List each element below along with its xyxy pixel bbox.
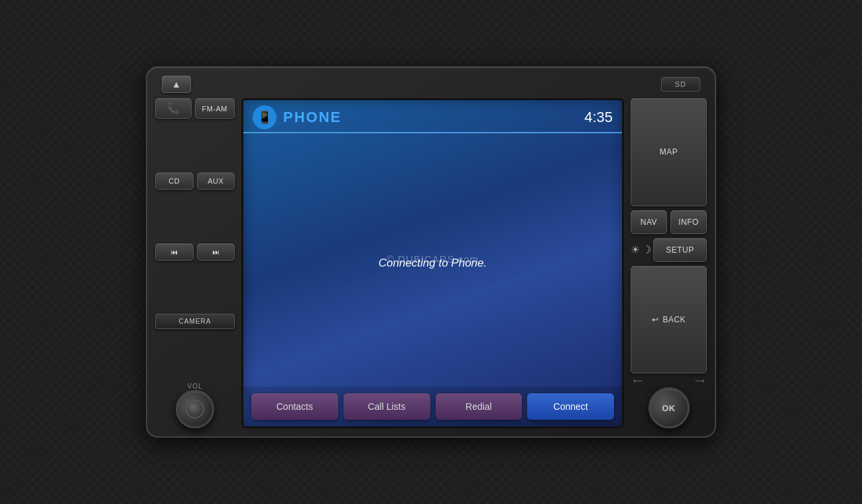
connect-button[interactable]: Connect — [527, 393, 614, 420]
ok-knob-area: ⟵ ⟶ OK — [631, 377, 707, 428]
fm-am-button[interactable]: FM-AM — [195, 98, 235, 119]
top-strip: ▲ SD — [155, 76, 707, 93]
head-unit: ▲ SD 📞 FM-AM CD AUX ⏮ ⏭ CAMERA VOL — [146, 66, 716, 438]
back-icon: ↩ — [652, 315, 659, 324]
phone-icon: 📱 — [253, 105, 277, 129]
knob-inner — [186, 400, 204, 418]
next-button[interactable]: ⏭ — [197, 243, 235, 261]
info-button[interactable]: INFO — [670, 210, 707, 234]
screen-body: © DUBICARS.com Connecting to Phone. — [243, 133, 622, 387]
right-controls: MAP NAV INFO ☀ ☽ SETUP ↩ BACK ⟵ ⟶ OK — [631, 98, 707, 428]
map-button[interactable]: MAP — [631, 98, 707, 206]
main-row: 📞 FM-AM CD AUX ⏮ ⏭ CAMERA VOL — [155, 98, 707, 428]
nav-info-row: NAV INFO — [631, 210, 707, 234]
camera-button[interactable]: CAMERA — [155, 314, 235, 329]
screen-title-text: PHONE — [283, 109, 341, 126]
screen-header: 📱 PHONE 4:35 — [243, 100, 622, 133]
aux-button[interactable]: AUX — [197, 172, 235, 190]
prev-button[interactable]: ⏮ — [155, 243, 194, 261]
phone-button[interactable]: 📞 — [155, 98, 192, 119]
screen: 📱 PHONE 4:35 © DUBICARS.com Connecting t… — [241, 98, 624, 428]
screen-title: 📱 PHONE — [253, 105, 341, 129]
screen-time: 4:35 — [584, 109, 613, 126]
back-label: BACK — [662, 315, 686, 324]
sd-slot: SD — [661, 77, 700, 92]
scroll-icon-left: ⟵ — [633, 377, 643, 385]
moon-icon: ☽ — [642, 243, 651, 256]
brightness-icon: ☀ — [631, 243, 640, 256]
scroll-icon-right: ⟶ — [695, 377, 704, 385]
nav-button[interactable]: NAV — [631, 210, 667, 234]
watermark: © DUBICARS.com — [387, 253, 479, 265]
vol-section: VOL — [155, 383, 235, 428]
contacts-button[interactable]: Contacts — [251, 393, 338, 420]
left-controls: 📞 FM-AM CD AUX ⏮ ⏭ CAMERA VOL — [155, 98, 235, 428]
volume-knob[interactable] — [176, 390, 214, 428]
brightness-row: ☀ ☽ SETUP — [631, 238, 707, 262]
eject-button[interactable]: ▲ — [162, 76, 191, 93]
cd-aux-row: CD AUX — [155, 172, 235, 190]
cd-button[interactable]: CD — [155, 172, 194, 190]
back-button[interactable]: ↩ BACK — [631, 266, 707, 374]
call-lists-button[interactable]: Call Lists — [343, 393, 430, 420]
ok-knob[interactable]: OK — [648, 387, 690, 428]
redial-button[interactable]: Redial — [436, 393, 523, 420]
vol-label: VOL — [155, 383, 235, 390]
phone-fmam-row: 📞 FM-AM — [155, 98, 235, 119]
prev-next-row: ⏮ ⏭ — [155, 243, 235, 261]
setup-button[interactable]: SETUP — [653, 238, 707, 262]
screen-buttons: Contacts Call Lists Redial Connect — [243, 387, 622, 426]
